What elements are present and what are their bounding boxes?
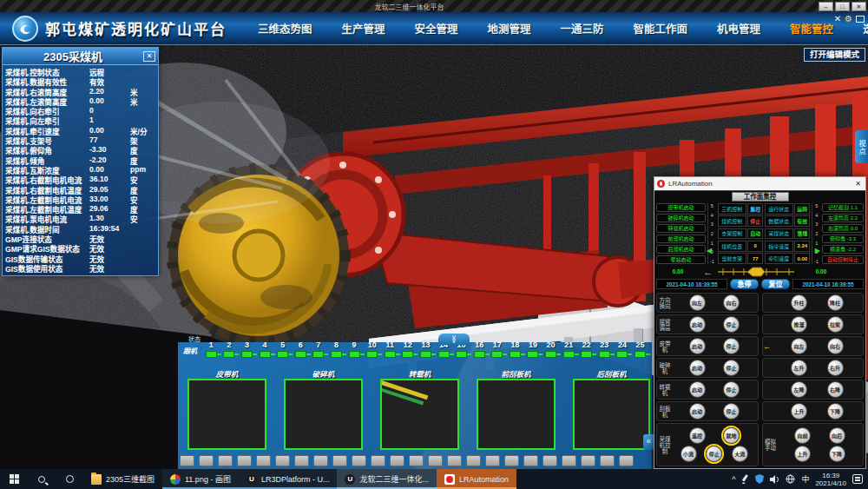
speaker-icon[interactable] bbox=[770, 475, 779, 484]
round-control-button[interactable]: 右升 bbox=[827, 360, 844, 376]
nav-item[interactable]: 一通三防 bbox=[561, 20, 604, 36]
filmstrip-item[interactable] bbox=[275, 455, 290, 466]
support-status-square[interactable] bbox=[385, 351, 396, 358]
filmstrip-item[interactable] bbox=[218, 455, 233, 466]
support-status-square[interactable] bbox=[223, 351, 234, 358]
filmstrip-item[interactable] bbox=[371, 455, 385, 466]
ime-indicator[interactable]: 中 bbox=[801, 473, 809, 485]
taskbar-item[interactable]: 龙软二三维一体化... bbox=[337, 469, 437, 489]
round-control-button[interactable]: 右降 bbox=[827, 381, 844, 398]
parameter-button[interactable]: 右滚筒高 0.0 bbox=[822, 224, 864, 233]
shield-icon[interactable] bbox=[755, 474, 764, 484]
taskbar-clock[interactable]: 16:39 2021/4/10 bbox=[815, 472, 846, 487]
filmstrip-item[interactable] bbox=[332, 455, 347, 466]
support-status-square[interactable] bbox=[349, 351, 360, 358]
filmstrip-item[interactable] bbox=[504, 455, 519, 466]
parameter-button[interactable]: 横滚角 -2.2 bbox=[822, 245, 864, 254]
round-control-button[interactable]: 停止 bbox=[723, 316, 740, 333]
equipment-button[interactable]: 泵站启动 bbox=[656, 255, 706, 264]
camera-thumbnail[interactable] bbox=[284, 379, 363, 450]
filmstrip-item[interactable] bbox=[619, 455, 634, 466]
filmstrip-item[interactable] bbox=[409, 455, 424, 466]
taskbar-item[interactable]: 11.png - 画图 bbox=[162, 469, 239, 489]
filmstrip-item[interactable] bbox=[199, 455, 214, 466]
round-control-button[interactable]: 启动 bbox=[689, 403, 706, 420]
round-control-button[interactable]: 推溜 bbox=[791, 316, 807, 333]
round-control-button[interactable]: 停止 bbox=[706, 446, 722, 462]
position-ruler[interactable] bbox=[716, 267, 796, 277]
open-edit-mode-button[interactable]: 打开编辑模式 bbox=[804, 48, 865, 62]
support-status-square[interactable] bbox=[474, 351, 485, 358]
close-icon[interactable]: ✕ bbox=[853, 180, 863, 188]
support-status-square[interactable] bbox=[312, 351, 324, 358]
round-control-button[interactable]: 向右 bbox=[827, 338, 844, 354]
support-status-square[interactable] bbox=[599, 351, 610, 358]
workface-control-tab[interactable]: 工作面集控 bbox=[732, 192, 789, 202]
round-control-button[interactable]: 上升 bbox=[794, 446, 811, 462]
round-control-button[interactable]: 停止 bbox=[723, 403, 740, 420]
equipment-button[interactable]: 后溜机启动 bbox=[656, 245, 706, 254]
round-control-button[interactable]: 降柱 bbox=[827, 294, 844, 311]
round-control-button[interactable]: 向后 bbox=[829, 427, 845, 444]
pen-icon[interactable] bbox=[741, 474, 749, 484]
filmstrip-item[interactable] bbox=[542, 455, 557, 466]
nav-item[interactable]: 三维态势图 bbox=[258, 20, 312, 36]
taskbar-item[interactable]: LRAutomation bbox=[437, 469, 516, 489]
support-status-square[interactable] bbox=[402, 351, 413, 358]
nav-item[interactable]: 智能工作面 bbox=[634, 20, 688, 36]
collapse-panel-button[interactable]: ∨ ∨ bbox=[438, 334, 470, 345]
round-control-button[interactable]: 拉架 bbox=[827, 316, 844, 333]
filmstrip-item[interactable] bbox=[390, 455, 404, 466]
equipment-button[interactable]: 前溜机启动 bbox=[656, 235, 706, 243]
support-status-square[interactable] bbox=[563, 351, 575, 358]
support-status-square[interactable] bbox=[545, 351, 556, 358]
taskbar-item[interactable]: 2305三维截图 bbox=[83, 469, 162, 489]
support-status-square[interactable] bbox=[277, 351, 288, 358]
filmstrip-item[interactable] bbox=[485, 455, 500, 466]
filmstrip-item[interactable] bbox=[180, 455, 194, 466]
camera-thumbnail[interactable] bbox=[477, 379, 556, 450]
round-control-button[interactable]: 启动 bbox=[689, 316, 706, 333]
minimize-icon[interactable]: – bbox=[819, 2, 833, 11]
hidden-icons-chevron[interactable]: ^ bbox=[732, 475, 735, 484]
round-control-button[interactable]: 左升 bbox=[791, 360, 807, 376]
round-control-button[interactable]: 遥控 bbox=[689, 427, 706, 444]
filmstrip-item[interactable] bbox=[523, 455, 538, 466]
support-status-square[interactable] bbox=[491, 351, 503, 358]
support-status-square[interactable] bbox=[635, 351, 646, 358]
round-control-button[interactable]: 上升 bbox=[791, 403, 807, 420]
support-status-square[interactable] bbox=[438, 351, 450, 358]
round-control-button[interactable]: 停止 bbox=[723, 338, 740, 354]
taskbar-item[interactable]: LR3DPlatform - U... bbox=[239, 469, 338, 489]
round-control-button[interactable]: 启动 bbox=[689, 381, 706, 398]
support-status-square[interactable] bbox=[581, 351, 592, 358]
filmstrip-item[interactable] bbox=[256, 455, 271, 466]
notification-center-icon[interactable] bbox=[852, 474, 863, 484]
network-globe-icon[interactable] bbox=[786, 474, 795, 484]
filmstrip-item[interactable] bbox=[466, 455, 481, 466]
round-control-button[interactable]: 下降 bbox=[829, 446, 845, 462]
filmstrip-item[interactable] bbox=[313, 455, 328, 466]
round-control-button[interactable]: 升柱 bbox=[791, 294, 807, 311]
support-status-square[interactable] bbox=[456, 351, 467, 358]
parameter-button[interactable]: 俯仰角 -3.3 bbox=[822, 235, 864, 243]
restore-icon[interactable] bbox=[856, 16, 865, 23]
support-status-square[interactable] bbox=[295, 351, 306, 358]
round-control-button[interactable]: 就地 bbox=[723, 427, 740, 444]
support-status-square[interactable] bbox=[616, 351, 628, 358]
equipment-button[interactable]: 转载机启动 bbox=[656, 224, 706, 233]
filmstrip-item[interactable] bbox=[352, 455, 366, 466]
close-icon[interactable]: ✕ bbox=[143, 51, 155, 62]
start-button[interactable] bbox=[0, 469, 28, 489]
filmstrip-item[interactable] bbox=[562, 455, 576, 466]
camera-thumbnail[interactable] bbox=[187, 379, 266, 450]
nav-item[interactable]: 地测管理 bbox=[488, 20, 531, 36]
equipment-button[interactable]: 破碎机启动 bbox=[656, 214, 706, 222]
emergency-stop-button[interactable]: 急停 bbox=[730, 279, 759, 289]
support-status-square[interactable] bbox=[510, 351, 521, 358]
search-button[interactable] bbox=[28, 469, 56, 489]
round-control-button[interactable]: 向前 bbox=[794, 427, 811, 444]
nav-item[interactable]: 生产管理 bbox=[342, 20, 385, 36]
support-status-square[interactable] bbox=[527, 351, 538, 358]
filmstrip-item[interactable] bbox=[294, 455, 309, 466]
